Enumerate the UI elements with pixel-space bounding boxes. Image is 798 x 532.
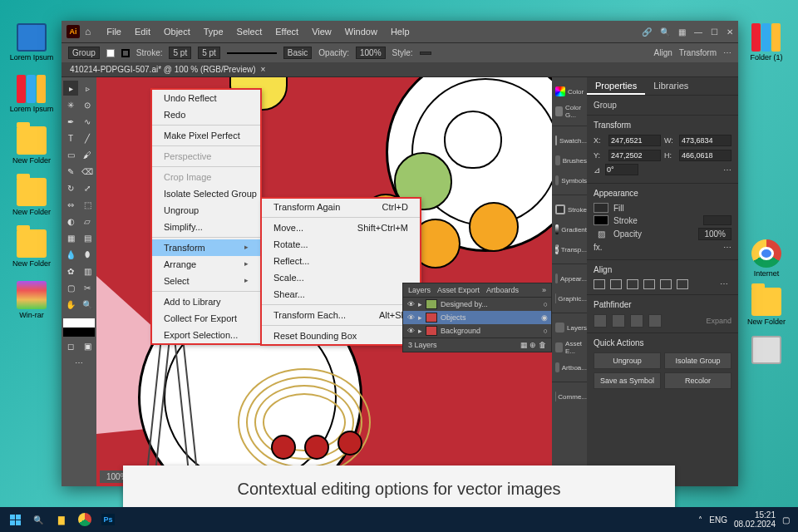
qa-ungroup-button[interactable]: Ungroup xyxy=(594,352,661,369)
menu-item[interactable]: Make Pixel Perfect xyxy=(152,127,260,144)
palette-gradient[interactable]: Gradient xyxy=(552,220,587,239)
pen-tool[interactable]: ✒ xyxy=(63,114,78,129)
slice-tool[interactable]: ✂ xyxy=(80,280,95,295)
desktop-icon-trash[interactable] xyxy=(741,336,791,364)
palette-layers[interactable]: Layers xyxy=(552,318,587,337)
fill-swatch[interactable] xyxy=(594,203,608,213)
tray-clock[interactable]: 15:21 08.02.2024 xyxy=(734,510,776,529)
photoshop-taskbar-button[interactable]: Ps xyxy=(96,510,120,530)
tab-libraries[interactable]: Libraries xyxy=(645,77,697,95)
shape-builder-tool[interactable]: ◐ xyxy=(63,214,78,229)
opacity-value[interactable]: 100% xyxy=(698,228,732,240)
document-tab[interactable]: 410214-PDPGGI-507.ai* @ 100 % (RGB/Previ… xyxy=(62,62,738,77)
menu-effect[interactable]: Effect xyxy=(269,23,304,40)
menu-item[interactable]: Scale... xyxy=(262,269,420,286)
perspective-tool[interactable]: ▱ xyxy=(80,214,95,229)
hand-tool[interactable]: ✋ xyxy=(63,297,78,312)
curvature-tool[interactable]: ∿ xyxy=(80,114,95,129)
close-button[interactable]: ✕ xyxy=(727,27,733,37)
screen-mode[interactable]: ▣ xyxy=(80,338,95,353)
menu-item[interactable]: Undo Reflect xyxy=(152,90,260,106)
pf-exclude-icon[interactable] xyxy=(648,314,662,328)
type-tool[interactable]: T xyxy=(63,131,78,145)
line-tool[interactable]: ╱ xyxy=(80,131,95,145)
menu-item[interactable]: Export Selection... xyxy=(152,327,260,343)
transform-link[interactable]: Transform xyxy=(679,48,717,57)
fx-label[interactable]: fx. xyxy=(594,243,603,252)
align-vcenter-icon[interactable] xyxy=(660,279,672,289)
pf-expand[interactable]: Expand xyxy=(706,317,732,325)
transform-y[interactable] xyxy=(608,150,661,161)
blend-tool[interactable]: ⬮ xyxy=(80,247,95,262)
shaper-tool[interactable]: ✎ xyxy=(63,164,78,179)
magic-wand-tool[interactable]: ✳ xyxy=(63,97,78,112)
search-icon[interactable]: 🔍 xyxy=(660,27,670,37)
layer-row[interactable]: 👁▸Background○ xyxy=(403,324,551,337)
menu-item[interactable]: Rotate... xyxy=(262,236,420,253)
palette-symbols[interactable]: Symbols xyxy=(552,171,587,190)
desktop-icon-winrar[interactable]: Win-rar xyxy=(7,281,57,319)
lasso-tool[interactable]: ⊙ xyxy=(80,97,95,112)
palette-comments[interactable]: Comme... xyxy=(552,387,587,406)
desktop-icon-folder-1[interactable]: New Folder xyxy=(7,126,57,165)
menu-item[interactable]: Add to Library xyxy=(152,293,260,310)
align-top-icon[interactable] xyxy=(643,279,655,289)
artboard-tool[interactable]: ▢ xyxy=(63,280,78,295)
tray-chevron-icon[interactable]: ˄ xyxy=(698,515,702,525)
menu-item[interactable]: Transform Each...Alt+Shift+Ctrl+D xyxy=(262,307,420,323)
menu-item[interactable]: Transform xyxy=(152,239,260,256)
menu-item[interactable]: Shear... xyxy=(262,286,420,303)
menu-type[interactable]: Type xyxy=(198,23,229,40)
menu-help[interactable]: Help xyxy=(385,23,416,40)
menu-item[interactable]: Ungroup xyxy=(152,202,260,219)
close-tab-icon[interactable]: × xyxy=(261,65,266,74)
direct-selection-tool[interactable]: ▹ xyxy=(80,81,95,96)
transform-h[interactable] xyxy=(679,150,732,161)
graph-tool[interactable]: ▥ xyxy=(80,264,95,278)
explorer-button[interactable]: ▇ xyxy=(50,510,73,530)
palette-graphic-styles[interactable]: Graphic... xyxy=(552,289,587,308)
more-icon[interactable]: ⋯ xyxy=(723,48,732,57)
pf-intersect-icon[interactable] xyxy=(630,314,643,328)
align-right-icon[interactable] xyxy=(627,279,638,289)
artboards-tab[interactable]: Artboards xyxy=(486,286,519,294)
menu-item[interactable]: Reflect... xyxy=(262,253,420,269)
menu-item[interactable]: Move...Shift+Ctrl+M xyxy=(262,219,420,236)
menu-item[interactable]: Arrange xyxy=(152,256,260,273)
maximize-button[interactable]: ☐ xyxy=(711,27,718,37)
opacity-value[interactable]: 100% xyxy=(356,47,386,59)
canvas[interactable]: Undo ReflectRedoMake Pixel PerfectPerspe… xyxy=(96,77,552,486)
menu-item[interactable]: Select xyxy=(152,273,260,289)
rectangle-tool[interactable]: ▭ xyxy=(63,147,78,162)
menu-item[interactable]: Reset Bounding Box xyxy=(262,328,420,344)
menu-view[interactable]: View xyxy=(306,23,337,40)
rotate-tool[interactable]: ↻ xyxy=(63,180,78,195)
layers-toolbar[interactable]: ▦ ⊕ 🗑 xyxy=(520,341,546,349)
qa-recolor-button[interactable]: Recolor xyxy=(664,372,732,389)
draw-mode[interactable]: ◻ xyxy=(63,338,78,353)
transform-angle[interactable] xyxy=(605,164,638,175)
more-options-icon[interactable]: ⋯ xyxy=(723,243,732,252)
brush-def[interactable]: Basic xyxy=(283,47,312,59)
symbol-sprayer-tool[interactable]: ✿ xyxy=(63,264,78,278)
panel-menu-icon[interactable]: » xyxy=(542,286,546,294)
more-options-icon[interactable]: ⋯ xyxy=(720,279,732,289)
scale-tool[interactable]: ⤢ xyxy=(80,180,95,195)
mesh-tool[interactable]: ▦ xyxy=(63,230,78,245)
width-tool[interactable]: ⇔ xyxy=(63,197,78,212)
desktop-icon-chrome[interactable]: Internet xyxy=(741,239,791,278)
visibility-icon[interactable]: 👁 xyxy=(406,327,415,335)
menu-item[interactable]: Transform AgainCtrl+D xyxy=(262,199,420,215)
fill-swatch[interactable] xyxy=(106,49,115,57)
palette-appearance[interactable]: Appear... xyxy=(552,269,587,288)
stroke-swatch[interactable] xyxy=(121,49,130,57)
paintbrush-tool[interactable]: 🖌 xyxy=(80,147,95,162)
style-swatch[interactable] xyxy=(420,52,431,55)
visibility-icon[interactable]: 👁 xyxy=(406,300,415,308)
palette-stroke[interactable]: Stroke xyxy=(552,200,587,219)
menu-item[interactable]: Redo xyxy=(152,106,260,123)
qa-isolate-button[interactable]: Isolate Group xyxy=(664,352,732,369)
menu-select[interactable]: Select xyxy=(231,23,268,40)
minimize-button[interactable]: — xyxy=(694,27,702,37)
asset-export-tab[interactable]: Asset Export xyxy=(437,286,480,294)
